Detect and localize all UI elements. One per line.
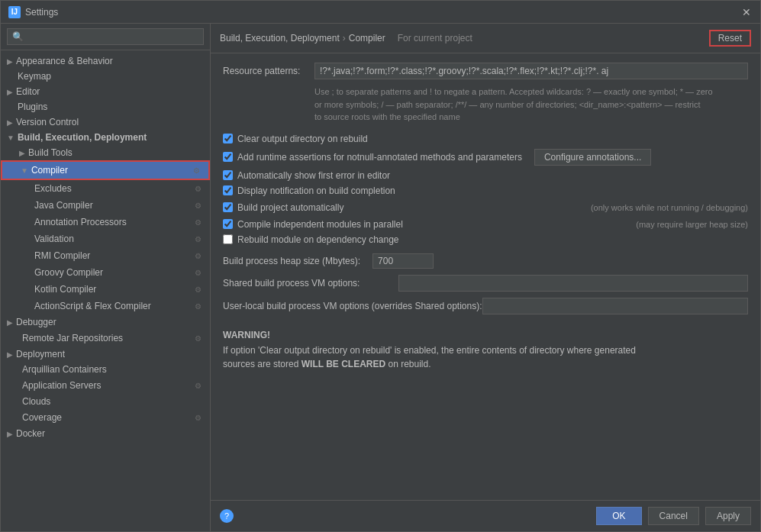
sidebar-item-java-compiler[interactable]: Java Compiler ⚙ (1, 197, 210, 214)
settings-icon: ⚙ (192, 199, 204, 211)
arrow-icon: ▶ (7, 57, 13, 66)
configure-annotations-button[interactable]: Configure annotations... (534, 149, 651, 166)
window-title: Settings (25, 7, 58, 18)
build-auto-note: (only works while not running / debuggin… (591, 201, 748, 214)
breadcrumb-part2: Compiler (349, 33, 385, 44)
sidebar-item-build-execution[interactable]: ▼ Build, Execution, Deployment (1, 130, 210, 145)
rebuild-module-row: Rebuild module on dependency change (223, 232, 748, 247)
title-bar: IJ Settings ✕ (1, 1, 760, 24)
sidebar-item-appearance[interactable]: ▶ Appearance & Behavior (1, 53, 210, 69)
settings-icon: ⚙ (192, 411, 204, 424)
resource-patterns-input-wrap (314, 63, 748, 79)
compile-parallel-note: (may require larger heap size) (636, 220, 748, 229)
user-local-vm-row: User-local build process VM options (ove… (223, 295, 748, 318)
auto-show-error-checkbox-label[interactable]: Automatically show first error in editor (223, 170, 390, 181)
add-runtime-checkbox-label[interactable]: Add runtime assertions for notnull-annot… (223, 152, 522, 163)
close-button[interactable]: ✕ (742, 7, 753, 18)
user-local-vm-label: User-local build process VM options (ove… (223, 301, 482, 311)
ok-button[interactable]: OK (596, 507, 641, 525)
resource-hint: Use ; to separate patterns and ! to nega… (314, 85, 748, 124)
sidebar-item-docker[interactable]: ▶ Docker (1, 426, 210, 441)
cancel-button[interactable]: Cancel (648, 507, 699, 525)
sidebar-item-validation[interactable]: Validation ⚙ (1, 231, 210, 247)
heap-size-label: Build process heap size (Mbytes): (223, 256, 360, 266)
warning-section: WARNING! If option 'Clear output directo… (223, 330, 748, 371)
panel-header: Build, Execution, Deployment › Compiler … (211, 24, 760, 53)
sidebar-item-kotlin-compiler[interactable]: Kotlin Compiler ⚙ (1, 281, 210, 298)
clear-output-label: Clear output directory on rebuild (237, 134, 368, 144)
settings-icon: ⚙ (192, 250, 204, 262)
sidebar-tree: ▶ Appearance & Behavior Keymap ▶ Editor … (1, 50, 210, 531)
for-current-project: For current project (398, 33, 472, 44)
compile-parallel-label: Compile independent modules in parallel (237, 219, 403, 230)
sidebar-item-excludes[interactable]: Excludes ⚙ (1, 180, 210, 197)
build-auto-row: Build project automatically (only works … (223, 198, 748, 217)
arrow-icon: ▶ (7, 350, 13, 359)
sidebar-item-arquillian[interactable]: Arquillian Containers (1, 362, 210, 377)
settings-icon: ⚙ (192, 233, 204, 245)
display-notification-label: Display notification on build completion (237, 185, 395, 196)
rebuild-module-checkbox-label[interactable]: Rebuild module on dependency change (223, 234, 399, 245)
heap-size-input[interactable] (372, 253, 434, 269)
sidebar-item-deployment[interactable]: ▶ Deployment (1, 347, 210, 362)
clear-output-row: Clear output directory on rebuild (223, 131, 748, 147)
arrow-icon: ▶ (7, 88, 13, 96)
sidebar-item-coverage[interactable]: Coverage ⚙ (1, 409, 210, 426)
sidebar-item-debugger[interactable]: ▶ Debugger (1, 314, 210, 330)
display-notification-checkbox[interactable] (223, 185, 233, 195)
clear-output-checkbox[interactable] (223, 134, 233, 143)
arrow-icon: ▶ (7, 318, 13, 327)
compile-parallel-checkbox[interactable] (223, 219, 233, 229)
sidebar: ▶ Appearance & Behavior Keymap ▶ Editor … (1, 24, 211, 531)
search-input[interactable] (7, 28, 204, 45)
sidebar-item-version-control[interactable]: ▶ Version Control (1, 114, 210, 130)
sidebar-item-actionscript[interactable]: ActionScript & Flex Compiler ⚙ (1, 298, 210, 314)
build-auto-checkbox-label[interactable]: Build project automatically (223, 202, 343, 213)
user-local-vm-input[interactable] (482, 298, 749, 314)
sidebar-item-compiler[interactable]: ▼ Compiler ⚙ (1, 160, 210, 180)
shared-vm-input[interactable] (398, 275, 748, 292)
sidebar-item-plugins[interactable]: Plugins (1, 99, 210, 114)
warning-title: WARNING! (223, 330, 748, 340)
sidebar-item-groovy-compiler[interactable]: Groovy Compiler ⚙ (1, 264, 210, 281)
heap-size-row: Build process heap size (Mbytes): (223, 250, 748, 272)
auto-show-error-checkbox[interactable] (223, 170, 233, 180)
arrow-icon: ▶ (19, 149, 25, 157)
sidebar-item-keymap[interactable]: Keymap (1, 69, 210, 84)
add-runtime-checkbox[interactable] (223, 152, 233, 162)
clear-output-checkbox-label[interactable]: Clear output directory on rebuild (223, 134, 368, 144)
bottom-bar: ? OK Cancel Apply (211, 500, 760, 531)
right-panel: Build, Execution, Deployment › Compiler … (211, 24, 760, 531)
shared-vm-row: Shared build process VM options: (223, 272, 748, 295)
rebuild-module-label: Rebuild module on dependency change (237, 234, 399, 245)
settings-icon: ⚙ (192, 182, 204, 195)
settings-icon: ⚙ (190, 164, 202, 176)
sidebar-item-rmi-compiler[interactable]: RMI Compiler ⚙ (1, 247, 210, 264)
build-auto-checkbox[interactable] (223, 202, 233, 212)
settings-window: IJ Settings ✕ ▶ Appearance & Behavior Ke… (0, 0, 761, 532)
apply-button[interactable]: Apply (705, 507, 751, 525)
sidebar-item-application-servers[interactable]: Application Servers ⚙ (1, 377, 210, 394)
shared-vm-label: Shared build process VM options: (223, 278, 398, 289)
display-notification-row: Display notification on build completion (223, 183, 748, 198)
sidebar-item-build-tools[interactable]: ▶ Build Tools (1, 145, 210, 160)
display-notification-checkbox-label[interactable]: Display notification on build completion (223, 185, 395, 196)
rebuild-module-checkbox[interactable] (223, 234, 233, 244)
resource-patterns-input[interactable] (315, 63, 747, 79)
sidebar-item-annotation-processors[interactable]: Annotation Processors ⚙ (1, 214, 210, 231)
sidebar-item-clouds[interactable]: Clouds (1, 394, 210, 409)
warning-bold-text: WILL BE CLEARED (301, 359, 385, 369)
compile-parallel-row: Compile independent modules in parallel … (223, 217, 748, 232)
auto-show-error-row: Automatically show first error in editor (223, 168, 748, 183)
arrow-icon: ▶ (7, 118, 13, 127)
auto-show-error-label: Automatically show first error in editor (237, 170, 390, 181)
settings-icon: ⚙ (192, 216, 204, 228)
help-button[interactable]: ? (220, 509, 234, 523)
reset-button[interactable]: Reset (709, 30, 751, 47)
main-content: ▶ Appearance & Behavior Keymap ▶ Editor … (1, 24, 760, 531)
resource-patterns-row: Resource patterns: (223, 63, 748, 79)
compile-parallel-checkbox-label[interactable]: Compile independent modules in parallel (223, 219, 403, 230)
panel-body: Resource patterns: Use ; to separate pat… (211, 53, 760, 500)
sidebar-item-editor[interactable]: ▶ Editor (1, 84, 210, 99)
sidebar-item-remote-jar[interactable]: Remote Jar Repositories ⚙ (1, 330, 210, 347)
